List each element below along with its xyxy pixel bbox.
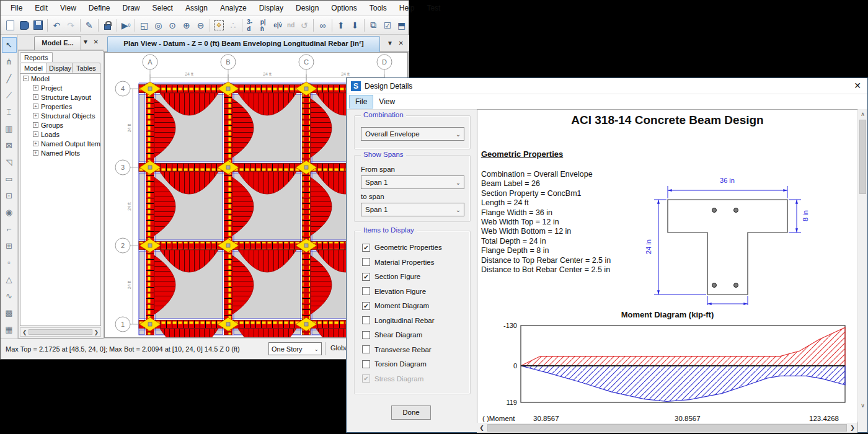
- tab-display[interactable]: Display: [45, 63, 76, 73]
- view-plan-icon[interactable]: p|ǹ: [259, 18, 271, 33]
- view-elevation-icon[interactable]: e|v̀: [272, 18, 284, 33]
- draw-wall-icon[interactable]: ⌐: [2, 221, 17, 237]
- scroll-down-icon[interactable]: ∨: [858, 401, 867, 410]
- tree-item-named-plots[interactable]: +Named Plots: [20, 148, 100, 157]
- checkbox-transverse-rebar[interactable]: Transverse Rebar: [362, 345, 432, 355]
- scroll-thumb[interactable]: [29, 329, 93, 335]
- checkbox-icon[interactable]: ✔: [362, 244, 370, 252]
- tree-item-structure-layout[interactable]: +Structure Layout: [20, 92, 100, 102]
- zoom-previous-icon[interactable]: ⊙: [166, 18, 179, 33]
- menu-select[interactable]: Select: [146, 2, 179, 14]
- run-analysis-icon[interactable]: ▶0: [120, 18, 133, 33]
- undo-icon[interactable]: ↶: [50, 18, 63, 33]
- dialog-menu-file[interactable]: File: [349, 95, 373, 108]
- menu-draw[interactable]: Draw: [117, 2, 146, 14]
- lock-icon[interactable]: [101, 18, 114, 33]
- plan-close-icon[interactable]: ✕: [399, 40, 404, 46]
- walkthrough-icon[interactable]: ∴: [227, 18, 240, 33]
- save-icon[interactable]: [32, 18, 45, 33]
- select-all-icon[interactable]: ☑: [381, 18, 394, 33]
- open-file-icon[interactable]: [18, 18, 31, 33]
- tab-model[interactable]: Model: [20, 63, 47, 73]
- checkbox-torsion-diagram[interactable]: Torsion Diagram: [362, 359, 427, 369]
- from-span-select[interactable]: Span 1⌄: [361, 175, 464, 189]
- checkbox-section-figure[interactable]: ✔Section Figure: [362, 272, 420, 281]
- expand-icon[interactable]: +: [33, 150, 38, 156]
- dialog-titlebar[interactable]: S Design Details ✕: [347, 78, 867, 94]
- dialog-menu-view[interactable]: View: [373, 95, 401, 108]
- collapse-icon[interactable]: −: [23, 76, 29, 81]
- move-down-level-icon[interactable]: ⬇: [348, 18, 361, 33]
- checkbox-material-properties[interactable]: Material Properties: [362, 257, 435, 267]
- tree-item-model[interactable]: −Model: [20, 74, 100, 83]
- draw-frame-icon[interactable]: ⟋: [2, 87, 17, 103]
- explorer-horizontal-scrollbar[interactable]: ❮ ❯: [20, 327, 101, 337]
- expand-icon[interactable]: +: [33, 141, 38, 146]
- checkbox-icon[interactable]: [362, 258, 370, 266]
- menu-display[interactable]: Display: [253, 2, 290, 14]
- draw-ramp-icon[interactable]: △: [2, 272, 17, 287]
- menu-analyze[interactable]: Analyze: [214, 2, 253, 14]
- draw-joint-icon[interactable]: ╱: [2, 71, 17, 86]
- checkbox-icon[interactable]: [362, 287, 370, 295]
- zoom-window-icon[interactable]: ◱: [138, 18, 151, 33]
- menu-view[interactable]: View: [54, 2, 82, 14]
- redo-icon[interactable]: ↷: [64, 18, 78, 33]
- panel-close-icon[interactable]: ✕: [94, 38, 99, 45]
- checkbox-icon[interactable]: [362, 331, 370, 339]
- checkbox-shear-diagram[interactable]: Shear Diagram: [362, 330, 422, 340]
- snap-fine-grid-icon[interactable]: ▦: [2, 322, 17, 337]
- preview-horizontal-scrollbar[interactable]: ❮ ❯: [477, 423, 857, 433]
- checkbox-icon[interactable]: [362, 345, 370, 353]
- menu-edit[interactable]: Edit: [29, 2, 54, 14]
- scroll-right-icon[interactable]: ❯: [94, 329, 100, 335]
- move-up-level-icon[interactable]: ⬆: [335, 18, 348, 33]
- new-model-icon[interactable]: [4, 18, 17, 33]
- tree-item-project[interactable]: +Project: [20, 83, 100, 92]
- draw-secondary-beams-icon[interactable]: ⊠: [2, 138, 17, 153]
- draw-window-icon[interactable]: ▫: [2, 255, 17, 270]
- menu-options[interactable]: Options: [325, 2, 363, 14]
- done-button[interactable]: Done: [391, 405, 431, 420]
- menu-assign[interactable]: Assign: [179, 2, 214, 14]
- expand-icon[interactable]: +: [33, 122, 38, 128]
- plan-view-tab[interactable]: Plan View - Datum - Z = 0 (ft) Beam Enve…: [107, 36, 380, 52]
- tree-item-named-output-items[interactable]: +Named Output Items: [20, 139, 100, 148]
- quick-frame-icon[interactable]: ⌶: [2, 104, 17, 120]
- reshape-icon[interactable]: ⋔: [2, 54, 17, 69]
- story-selector[interactable]: One Story⌄: [268, 342, 322, 355]
- zoom-in-icon[interactable]: ⊕: [180, 18, 193, 33]
- zoom-default-icon[interactable]: ◎: [152, 18, 165, 33]
- tab-tables[interactable]: Tables: [72, 63, 100, 73]
- expand-icon[interactable]: +: [33, 113, 38, 118]
- checkbox-longitudinal-rebar[interactable]: Longitudinal Rebar: [362, 316, 435, 326]
- checkbox-icon[interactable]: [362, 316, 370, 324]
- menu-help[interactable]: Help: [393, 2, 421, 14]
- panel-dropdown-icon[interactable]: ▼: [82, 38, 89, 45]
- tree-item-groups[interactable]: +Groups: [20, 120, 100, 130]
- expand-icon[interactable]: +: [33, 85, 38, 91]
- combination-select[interactable]: Overall Envelope⌄: [361, 127, 464, 141]
- draw-area-icon[interactable]: ◹: [2, 154, 17, 170]
- draw-braces-icon[interactable]: ▥: [2, 121, 17, 136]
- scroll-left-icon[interactable]: ❮: [20, 329, 27, 335]
- draw-rect-area-icon[interactable]: ▭: [2, 171, 17, 187]
- scroll-thumb[interactable]: [859, 120, 866, 194]
- menu-test[interactable]: Test: [420, 2, 446, 14]
- rotate-view-icon[interactable]: ↺: [298, 18, 311, 33]
- tree-item-loads[interactable]: +Loads: [20, 130, 100, 139]
- scroll-left-icon[interactable]: ❮: [477, 425, 487, 431]
- dialog-close-icon[interactable]: ✕: [854, 81, 861, 91]
- view-3d-icon[interactable]: 3-d: [245, 18, 257, 33]
- menu-tools[interactable]: Tools: [363, 2, 393, 14]
- draw-pencil-icon[interactable]: ✎: [82, 18, 95, 33]
- checkbox-icon[interactable]: ✔: [362, 302, 370, 310]
- view-nd-icon[interactable]: nd: [285, 18, 296, 33]
- checkbox-icon[interactable]: ✔: [362, 273, 370, 281]
- tree-item-structural-objects[interactable]: +Structural Objects: [20, 111, 100, 120]
- checkbox-elevation-figure[interactable]: Elevation Figure: [362, 286, 426, 296]
- checkbox-geometric-properties[interactable]: ✔Geometric Properties: [362, 242, 442, 252]
- snap-grid-icon[interactable]: ▩: [2, 305, 17, 321]
- scroll-up-icon[interactable]: ∧: [858, 109, 867, 119]
- plan-dropdown-icon[interactable]: ▼: [387, 40, 393, 46]
